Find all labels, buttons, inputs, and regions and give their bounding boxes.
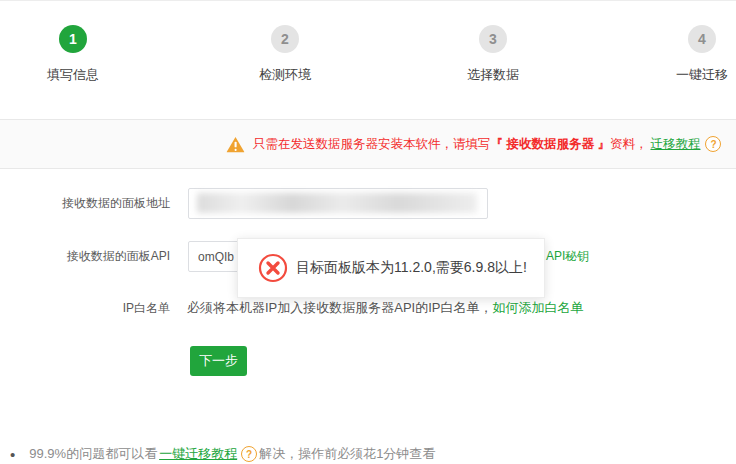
step-check-env: 2 检测环境 — [225, 25, 345, 84]
migration-tutorial-link[interactable]: 迁移教程 — [650, 136, 700, 153]
step-select-data: 3 选择数据 — [433, 25, 553, 84]
panel-address-label: 接收数据的面板地址 — [0, 188, 170, 219]
footer-tutorial-link[interactable]: 一键迁移教程 — [159, 445, 237, 463]
error-circle-x-icon — [258, 253, 288, 283]
warning-banner: 只需在发送数据服务器安装本软件，请填写『 接收数据服务器 』资料， 迁移教程 ? — [0, 119, 736, 169]
step-3-label: 选择数据 — [433, 66, 553, 84]
step-fill-info: 1 填写信息 — [13, 25, 133, 84]
api-key-link-fragment[interactable]: API秘钥 — [546, 241, 589, 272]
panel-api-label: 接收数据的面板API — [0, 241, 170, 272]
footer-text-suffix: 解决，操作前必须花1分钟查看 — [259, 445, 435, 463]
step-3-circle: 3 — [479, 25, 507, 53]
ip-whitelist-description: 必须将本机器IP加入接收数据服务器API的IP白名单，如何添加白名单 — [187, 300, 584, 316]
panel-address-input[interactable] — [188, 188, 488, 219]
footer-text-prefix: 99.9%的问题都可以看 — [29, 445, 157, 463]
ip-whitelist-text: 必须将本机器IP加入接收数据服务器API的IP白名单， — [187, 300, 493, 315]
step-4-circle: 4 — [688, 25, 716, 53]
error-message: 目标面板版本为11.2.0,需要6.9.8以上! — [296, 259, 527, 277]
footer-tip: • 99.9%的问题都可以看一键迁移教程 ? 解决，操作前必须花1分钟查看 — [10, 445, 435, 463]
step-4-label: 一键迁移 — [642, 66, 736, 84]
step-2-circle: 2 — [271, 25, 299, 53]
migration-wizard-page: 1 填写信息 2 检测环境 3 选择数据 4 一键迁移 只需在发送数据服务器安装… — [0, 0, 736, 464]
warning-triangle-icon — [226, 136, 245, 153]
step-1-label: 填写信息 — [13, 66, 133, 84]
bullet-icon: • — [10, 446, 15, 463]
error-toast: 目标面板版本为11.2.0,需要6.9.8以上! — [237, 238, 545, 298]
next-step-button[interactable]: 下一步 — [190, 346, 247, 376]
banner-help-icon[interactable]: ? — [705, 136, 721, 152]
banner-text-suffix: 资料， — [610, 136, 648, 153]
ip-whitelist-label: IP白名单 — [0, 300, 170, 316]
footer-help-icon[interactable]: ? — [241, 446, 257, 462]
banner-text-prefix: 只需在发送数据服务器安装本软件，请填写 — [253, 136, 491, 153]
add-whitelist-link[interactable]: 如何添加白名单 — [493, 300, 584, 315]
step-2-label: 检测环境 — [225, 66, 345, 84]
banner-text-emphasis: 『 接收数据服务器 』 — [491, 136, 610, 153]
step-one-click-migrate: 4 一键迁移 — [642, 25, 736, 84]
step-1-circle: 1 — [59, 25, 87, 53]
